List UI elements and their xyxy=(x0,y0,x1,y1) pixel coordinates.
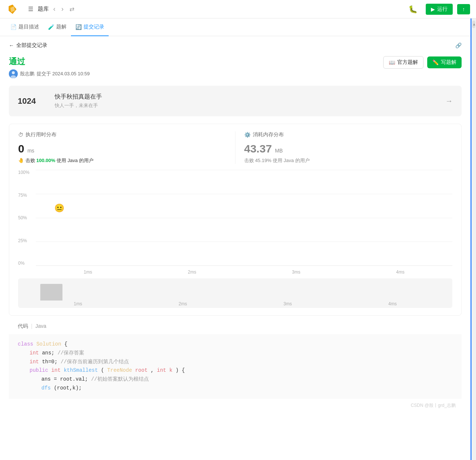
class-keyword: class xyxy=(18,341,33,347)
x-label-2ms: 2ms xyxy=(188,270,196,275)
tabs: 📄 题目描述 🧪 题解 🔄 提交记录 xyxy=(0,18,470,36)
code-line-6: dfs (root,k); xyxy=(18,384,453,393)
nav-center: ☰ 题库 ‹ › ⇄ xyxy=(28,4,76,14)
y-label-75: 75% xyxy=(18,193,33,198)
prev-button[interactable]: ‹ xyxy=(52,4,57,14)
dfs-call: dfs xyxy=(41,385,51,391)
scrollbar[interactable]: ▲ xyxy=(472,18,476,460)
back-row[interactable]: ← 全部提交记录 🔗 xyxy=(9,42,462,49)
clock-icon: ⏱ xyxy=(18,132,23,138)
time-beat: 🤚 击败 100.00% 使用 Java 的用户 xyxy=(18,157,226,164)
run-button[interactable]: ▶ 运行 xyxy=(426,4,453,15)
y-label-50: 50% xyxy=(18,215,33,220)
grid-line-100 xyxy=(36,170,452,170)
mem-x-2ms: 2ms xyxy=(178,301,187,306)
mem-beat-prefix: 击败 xyxy=(244,158,254,163)
time-label: ⏱ 执行用时分布 xyxy=(18,131,226,138)
submit-time: 提交于 2024.03.05 10:59 xyxy=(37,71,90,77)
code-line-5: ans = root.val; //初始答案默认为根结点 xyxy=(18,375,453,384)
chart-area: 😐 xyxy=(36,170,452,266)
int-keyword-4: int xyxy=(157,367,166,373)
mem-number: 43.37 xyxy=(244,143,272,155)
submitter-row: 殷志鹏 提交于 2024.03.05 10:59 xyxy=(9,69,90,78)
book-icon: 📖 xyxy=(389,59,395,65)
left-panel: 📄 题目描述 🧪 题解 🔄 提交记录 ← 全部提交记录 🔗 xyxy=(0,18,472,460)
mem-x-4ms: 4ms xyxy=(388,301,397,306)
code-label-text: 代码 xyxy=(18,323,28,330)
submitter-name: 殷志鹏 xyxy=(20,71,34,77)
debug-button[interactable]: 🐛 xyxy=(405,3,421,16)
y-label-100: 100% xyxy=(18,170,33,175)
mem-value: 43.37 MB xyxy=(244,143,453,155)
mem-stats: ⚙️ 消耗内存分布 43.37 MB 击败 45.19% 使用 Java 的用户 xyxy=(235,131,453,164)
code-line-2: int ans; //保存答案 xyxy=(18,349,453,358)
comment-1: //保存答案 xyxy=(58,350,85,356)
avatar xyxy=(9,69,18,78)
x-label-1ms: 1ms xyxy=(84,270,92,275)
int-keyword-1: int xyxy=(30,350,39,356)
status-info: 通过 殷志鹏 提交于 2024.03.05 10:59 xyxy=(9,56,90,78)
logo[interactable] xyxy=(6,3,19,16)
problem-number: 1024 xyxy=(18,96,40,106)
scroll-up[interactable]: ▲ xyxy=(472,21,475,28)
submissions-tab-icon: 🔄 xyxy=(75,24,82,30)
y-label-0: 0% xyxy=(18,261,33,266)
arrow-right-icon: → xyxy=(445,97,453,105)
mem-unit: MB xyxy=(275,148,283,154)
mem-x-3ms: 3ms xyxy=(283,301,292,306)
problem-list-label[interactable]: 题库 xyxy=(38,6,49,13)
tab-description[interactable]: 📄 题目描述 xyxy=(6,18,44,36)
submission-content: ← 全部提交记录 🔗 通过 xyxy=(0,36,470,425)
problem-info: 快手秋招真题在手 快人一手，未来在手 xyxy=(55,93,445,109)
beat-suffix: 使用 Java 的用户 xyxy=(57,158,94,163)
mem-beat-suffix: 使用 Java 的用户 xyxy=(273,158,310,163)
link-icon: 🔗 xyxy=(455,42,462,48)
beat-pct: 100.00% xyxy=(36,158,57,163)
shuffle-button[interactable]: ⇄ xyxy=(68,4,76,14)
time-chart: 100% 75% 50% 25% 0% xyxy=(18,170,452,277)
upload-icon: ↑ xyxy=(462,6,465,12)
submit-button[interactable]: ↑ xyxy=(457,4,470,14)
write-solution-button[interactable]: ✏️ 写题解 xyxy=(427,56,462,68)
stats-grid: ⏱ 执行用时分布 0 ms 🤚 击败 100.00% 使用 Java 的用户 xyxy=(18,131,452,164)
official-solution-button[interactable]: 📖 官方题解 xyxy=(383,56,424,69)
grid-line-25 xyxy=(36,241,452,242)
mem-beat-pct: 45.19% xyxy=(255,158,273,163)
time-unit: ms xyxy=(27,148,34,154)
mem-x-labels: 1ms 2ms 3ms 4ms xyxy=(18,301,452,306)
mem-beat: 击败 45.19% 使用 Java 的用户 xyxy=(244,157,453,164)
grid-line-50 xyxy=(36,218,452,218)
watermark: CSDN @殷丨grd_志鹏 xyxy=(411,403,456,408)
time-value: 0 ms xyxy=(18,143,226,155)
class-name: Solution xyxy=(36,341,61,347)
param-type-1: TreeNode xyxy=(107,367,132,373)
back-arrow-icon: ← xyxy=(9,42,14,48)
time-number: 0 xyxy=(18,143,24,155)
code-line-4: public int kthSmallest ( TreeNode root ,… xyxy=(18,366,453,375)
pencil-icon: ✏️ xyxy=(432,59,439,65)
main-container: 📄 题目描述 🧪 题解 🔄 提交记录 ← 全部提交记录 🔗 xyxy=(0,18,476,460)
tab-submissions[interactable]: 🔄 提交记录 xyxy=(71,18,109,36)
action-buttons: 📖 官方题解 ✏️ 写题解 xyxy=(383,56,462,69)
method-name: kthSmallest xyxy=(64,367,98,373)
watermark-container: CSDN @殷丨grd_志鹏 xyxy=(9,399,462,412)
grid-line-75 xyxy=(36,194,452,194)
tab-solution[interactable]: 🧪 题解 xyxy=(44,18,71,36)
problem-card[interactable]: 1024 快手秋招真题在手 快人一手，未来在手 → xyxy=(9,86,462,116)
play-icon: ▶ xyxy=(431,6,435,12)
svg-point-2 xyxy=(11,75,16,78)
chart-emoji: 😐 xyxy=(54,203,64,213)
code-line-3: int th=0; //保存当前遍历到第几个结点 xyxy=(18,358,453,367)
beat-prefix: 击败 xyxy=(26,158,35,163)
bug-icon: 🐛 xyxy=(408,5,418,14)
description-tab-icon: 📄 xyxy=(10,24,17,30)
mem-x-1ms: 1ms xyxy=(74,301,82,306)
problem-title: 快手秋招真题在手 xyxy=(55,93,445,101)
mem-label: ⚙️ 消耗内存分布 xyxy=(244,131,453,138)
nav-right: 🐛 ▶ 运行 ↑ xyxy=(405,3,470,16)
back-label: 全部提交记录 xyxy=(16,42,47,49)
next-button[interactable]: › xyxy=(60,4,65,14)
x-labels: 1ms 2ms 3ms 4ms xyxy=(36,270,452,275)
code-section: 代码 | Java class Solution { int ans; //保存… xyxy=(9,323,462,419)
code-label: 代码 | Java xyxy=(9,323,462,334)
